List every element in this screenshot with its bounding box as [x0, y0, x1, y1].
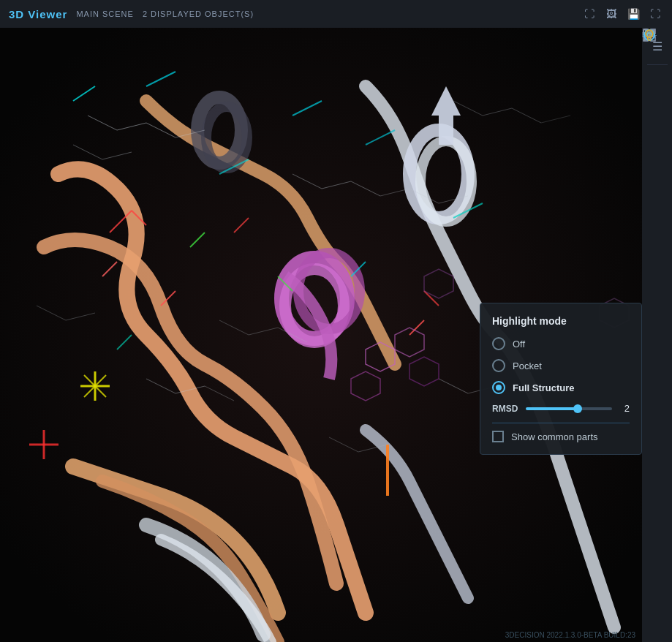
common-parts-label: Show common parts [511, 431, 598, 442]
radio-off[interactable]: Off [492, 337, 630, 350]
app-title: 3D Viewer [9, 8, 67, 20]
panel-title: Highlight mode [492, 315, 630, 327]
fullscreen-icon[interactable]: ⛶ [647, 6, 663, 22]
chain-icon[interactable] [645, 99, 670, 124]
rmsd-slider[interactable] [526, 407, 612, 410]
radio-circle-full-structure [492, 381, 505, 394]
radio-label-pocket: Pocket [513, 360, 542, 371]
molecule-icon[interactable] [645, 71, 670, 96]
radio-full-structure[interactable]: Full Structure [492, 381, 630, 394]
common-parts-checkbox[interactable] [492, 431, 504, 442]
save-icon[interactable]: 💾 [625, 6, 641, 22]
rmsd-row: RMSD 2 [492, 403, 630, 414]
bulb-icon[interactable] [645, 293, 670, 318]
radio-pocket[interactable]: Pocket [492, 359, 630, 372]
objects-count: 2 DISPLAYED OBJECT(S) [143, 10, 254, 18]
svg-point-90 [646, 30, 653, 37]
common-parts-row[interactable]: Show common parts [492, 431, 630, 442]
grid-icon[interactable] [645, 182, 670, 207]
app-header: 3D Viewer MAIN SCENE 2 DISPLAYED OBJECT(… [0, 0, 672, 28]
rmsd-label: RMSD [492, 404, 520, 414]
pencil-icon[interactable] [645, 210, 670, 235]
radio-label-full-structure: Full Structure [513, 382, 575, 393]
version-info: 3DECISION 2022.1.3.0-BETA BUILD:23 [505, 631, 635, 639]
header-icons: ⛶ 🖼 💾 ⛶ [581, 6, 663, 22]
radio-circle-pocket [492, 359, 505, 372]
hbond-icon[interactable]: H - O - H [645, 154, 670, 179]
radio-label-off: Off [513, 339, 525, 350]
rmsd-value: 2 [618, 403, 630, 414]
helix-icon[interactable] [645, 126, 670, 151]
rmsd-separator [492, 423, 630, 423]
highlight-panel: Highlight mode Off Pocket Full Structure… [480, 303, 642, 455]
radio-circle-off [492, 337, 505, 350]
right-sidebar: ☰ H - O - H [642, 28, 672, 642]
image-icon[interactable]: 🖼 [603, 6, 619, 22]
sidebar-divider-1 [647, 64, 668, 65]
svg-rect-91 [648, 37, 652, 39]
rmsd-thumb[interactable] [573, 404, 582, 413]
camera-icon[interactable]: ⛶ [581, 6, 597, 22]
target-icon[interactable] [645, 265, 670, 290]
settings-icon[interactable] [645, 238, 670, 263]
scene-label: MAIN SCENE [76, 10, 133, 18]
